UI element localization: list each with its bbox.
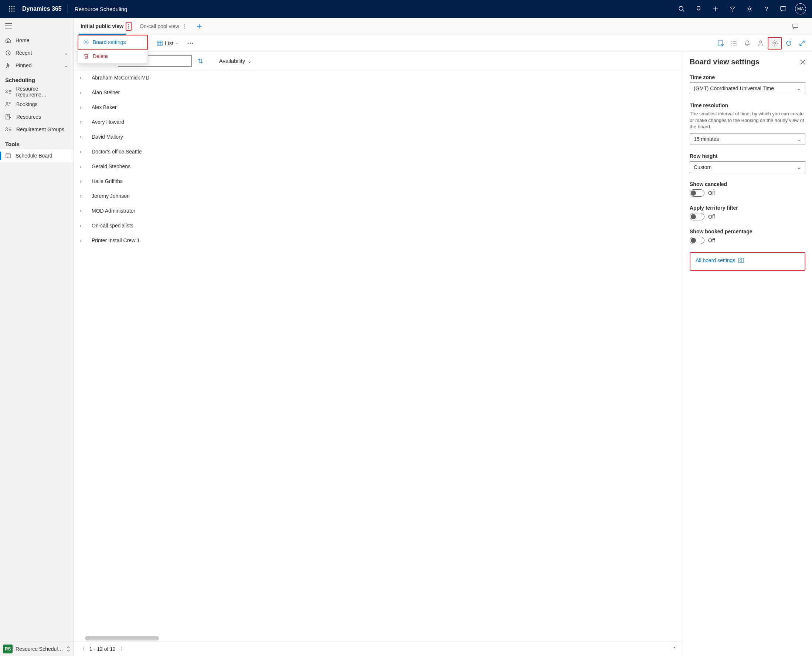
expand-row-icon[interactable]: › [80, 75, 86, 80]
all-board-settings-highlight: All board settings [690, 252, 805, 271]
show-canceled-toggle[interactable] [690, 189, 704, 197]
all-board-settings-link[interactable]: All board settings [692, 254, 748, 266]
settings-button[interactable] [741, 0, 758, 18]
chevron-down-icon: ⌄ [64, 62, 68, 68]
resource-row[interactable]: ›Alan Steiner [74, 85, 682, 100]
nav-home[interactable]: Home [0, 34, 74, 46]
field-booked-percentage: Show booked percentage Off [690, 229, 805, 244]
tab-more-button[interactable] [126, 22, 131, 31]
board-settings-button[interactable] [768, 37, 782, 50]
add-button[interactable] [707, 0, 724, 18]
nav-recent[interactable]: Recent ⌄ [0, 46, 74, 59]
pin-icon [5, 62, 11, 68]
filter-button[interactable] [724, 0, 741, 18]
more-commands-button[interactable] [184, 37, 197, 50]
resource-row[interactable]: ›Halle Griffiths [74, 174, 682, 189]
close-panel-button[interactable] [800, 60, 805, 65]
lightbulb-button[interactable] [690, 0, 707, 18]
assistant-button[interactable] [775, 0, 792, 18]
menu-delete[interactable]: Delete [78, 49, 147, 63]
expand-row-icon[interactable]: › [80, 149, 86, 155]
resource-row[interactable]: ›Doctor's office Seattle [74, 144, 682, 159]
expand-row-icon[interactable]: › [80, 223, 86, 229]
nav-resource-requirements[interactable]: Resource Requireme… [0, 85, 74, 98]
resource-rows: ›Abraham McCormick MD›Alan Steiner›Alex … [74, 70, 682, 634]
list-panel-button[interactable] [728, 37, 740, 50]
time-zone-select[interactable]: (GMT) Coordinated Universal Time ⌄ [690, 82, 805, 94]
resource-row[interactable]: ›Gerald Stephens [74, 159, 682, 174]
person-button[interactable] [754, 37, 767, 50]
availability-sort[interactable]: Availability ⌄ [219, 58, 252, 64]
expand-row-icon[interactable]: › [80, 90, 86, 95]
add-tab-button[interactable] [194, 20, 204, 33]
expand-row-icon[interactable]: › [80, 164, 86, 169]
svg-point-7 [11, 10, 12, 11]
bell-icon [744, 40, 750, 46]
tab-on-call-pool-view[interactable]: On-call pool view [138, 18, 189, 34]
filter-panel-button[interactable] [715, 37, 727, 50]
row-height-select[interactable]: Custom ⌄ [690, 161, 805, 173]
gear-icon [771, 40, 778, 46]
next-page-button[interactable]: 〉 [120, 646, 125, 652]
expand-row-icon[interactable]: › [80, 208, 86, 214]
expand-button[interactable] [796, 37, 808, 50]
nav-group-scheduling: Scheduling [0, 72, 74, 85]
territory-toggle[interactable] [690, 213, 704, 220]
svg-point-17 [9, 102, 10, 104]
nav-collapse-toggle[interactable] [0, 18, 74, 34]
filter-row: › ources Availability ⌄ [74, 52, 682, 70]
nav-resources[interactable]: Resources [0, 111, 74, 123]
svg-point-19 [6, 128, 8, 129]
area-switcher[interactable]: RS Resource Schedul… [0, 641, 74, 656]
field-row-height: Row height Custom ⌄ [690, 153, 805, 173]
search-button[interactable] [673, 0, 690, 18]
tab-more-button[interactable] [181, 22, 187, 31]
expand-row-icon[interactable]: › [80, 104, 86, 110]
calendar-icon [5, 153, 11, 159]
clock-icon [5, 50, 11, 56]
expand-row-icon[interactable]: › [80, 193, 86, 199]
expand-row-icon[interactable]: › [80, 134, 86, 140]
toggle-state: Off [708, 190, 715, 196]
horizontal-scrollbar[interactable] [85, 636, 159, 641]
collapse-panel-button[interactable]: ⌃ [672, 646, 677, 652]
booked-pct-toggle[interactable] [690, 237, 704, 244]
menu-board-settings[interactable]: Board settings [78, 35, 147, 49]
chevron-down-icon: ⌄ [176, 41, 179, 45]
trash-icon [83, 53, 89, 59]
resource-row[interactable]: ›David Mallory [74, 130, 682, 144]
svg-point-28 [85, 42, 87, 43]
svg-line-10 [682, 10, 684, 11]
app-launcher[interactable] [3, 6, 21, 12]
resource-name: Printer Install Crew 1 [92, 237, 140, 243]
home-icon [5, 37, 11, 43]
brand-title[interactable]: Dynamics 365 [21, 6, 68, 12]
resource-row[interactable]: ›Abraham McCormick MD [74, 70, 682, 85]
resource-row[interactable]: ›Jeremy Johnson [74, 189, 682, 203]
resource-row[interactable]: ›On-call specialists [74, 218, 682, 233]
view-list-button[interactable]: List ⌄ [154, 37, 182, 50]
resource-row[interactable]: ›MOD Administrator [74, 203, 682, 218]
prev-page-button[interactable]: 〈 [80, 646, 85, 652]
chat-panel-button[interactable] [792, 23, 807, 29]
notifications-button[interactable] [741, 37, 753, 50]
tab-initial-public-view[interactable]: Initial public view [79, 18, 133, 34]
refresh-button[interactable] [783, 37, 795, 50]
sort-icon-button[interactable] [198, 58, 203, 64]
resource-row[interactable]: ›Avery Howard [74, 114, 682, 130]
nav-bookings[interactable]: Bookings [0, 98, 74, 111]
expand-row-icon[interactable]: › [80, 237, 86, 243]
nav-schedule-board[interactable]: Schedule Board [0, 149, 74, 162]
help-button[interactable] [758, 0, 775, 18]
expand-row-icon[interactable]: › [80, 178, 86, 184]
time-resolution-select[interactable]: 15 minutes ⌄ [690, 133, 805, 145]
user-avatar[interactable]: MA [795, 3, 806, 14]
expand-row-icon[interactable]: › [80, 119, 86, 125]
nav-requirement-groups[interactable]: Requirement Groups [0, 123, 74, 136]
resource-row[interactable]: ›Printer Install Crew 1 [74, 233, 682, 248]
nav-pinned[interactable]: Pinned ⌄ [0, 59, 74, 72]
svg-point-5 [13, 8, 14, 9]
resource-row[interactable]: ›Alex Baker [74, 100, 682, 114]
svg-point-34 [760, 41, 762, 43]
page-range: 1 - 12 of 12 [90, 646, 116, 652]
